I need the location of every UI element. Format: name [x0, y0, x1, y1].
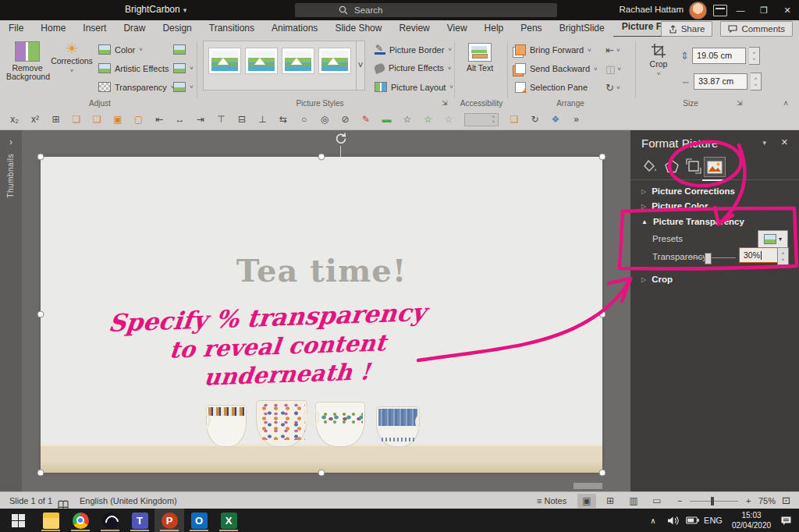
qat-clear-style[interactable]: ☆	[444, 114, 454, 125]
minimize-button[interactable]: —	[729, 0, 752, 20]
remove-background-button[interactable]: Remove Background	[6, 41, 48, 81]
qat-bring-to-front[interactable]: ▣	[113, 114, 123, 125]
height-spinner[interactable]: ˄˅	[749, 47, 760, 65]
thumbnails-pane[interactable]: › Thumbnails	[0, 130, 22, 491]
tab-review[interactable]: Review	[390, 20, 438, 37]
shape-width-field[interactable]: ⇔ 33.87 cm ˄˅	[680, 73, 762, 90]
expand-icon[interactable]: ▷	[641, 203, 646, 210]
qat-star-effect[interactable]: ☆	[403, 114, 413, 125]
expand-icon[interactable]: ▷	[641, 188, 646, 195]
resize-handle-ne[interactable]	[599, 154, 606, 161]
align-objects-button[interactable]: ⇤˅	[605, 44, 620, 56]
slide-picture[interactable]: Tea time! Specify % transparency to reve…	[41, 157, 602, 473]
resize-handle-sw[interactable]	[37, 470, 44, 477]
spin-up-icon[interactable]: ˄	[753, 50, 756, 56]
tab-animations[interactable]: Animations	[263, 20, 326, 37]
taskbar-file-explorer[interactable]	[36, 509, 66, 532]
picture-style-3[interactable]	[282, 48, 314, 74]
collapse-ribbon-icon[interactable]: ˄	[783, 99, 788, 108]
width-spinner[interactable]: ˄˅	[751, 73, 762, 90]
tab-file[interactable]: File	[0, 20, 32, 37]
notification-center-icon[interactable]	[776, 509, 796, 532]
ribbon-display-options-icon[interactable]	[713, 5, 727, 16]
notes-button[interactable]: ≡ Notes	[537, 492, 566, 509]
collapse-icon[interactable]: ▲	[641, 218, 648, 225]
spin-down-icon[interactable]: ˅	[782, 257, 785, 263]
view-reading-button[interactable]: ▥	[624, 494, 643, 508]
group-objects-button[interactable]: ◫˅	[605, 63, 621, 75]
tab-draw[interactable]: Draw	[115, 20, 154, 37]
transparency-value-input[interactable]: 30%	[739, 247, 778, 263]
slider-thumb[interactable]	[705, 253, 712, 264]
color-button[interactable]: Color ˅	[98, 44, 143, 55]
taskbar-chrome[interactable]	[66, 509, 95, 532]
change-picture-button[interactable]: ˅	[173, 63, 194, 73]
language-tray[interactable]: ENG	[702, 509, 724, 532]
picture-tab[interactable]	[704, 157, 726, 177]
qat-rotate-object[interactable]: ⊤	[216, 114, 226, 125]
resize-handle-nw[interactable]	[37, 154, 44, 161]
taskbar-outlook[interactable]: O	[184, 509, 214, 532]
qat-more-commands[interactable]: »	[571, 114, 581, 125]
view-slide-sorter-button[interactable]: ⊞	[601, 494, 620, 508]
alt-text-button[interactable]: Alt Text	[462, 43, 498, 73]
user-name[interactable]: Rachael Hattam	[620, 5, 684, 14]
tab-transitions[interactable]: Transitions	[201, 20, 263, 37]
section-crop[interactable]: ▷ Crop	[641, 275, 673, 284]
compress-pictures-button[interactable]	[173, 44, 186, 55]
share-button[interactable]: Share	[661, 21, 713, 37]
resize-handle-e[interactable]	[599, 311, 606, 318]
view-slideshow-button[interactable]: ▭	[648, 494, 666, 508]
taskbar-excel[interactable]: X	[214, 509, 243, 532]
qat-align-right[interactable]: ⇥	[196, 114, 206, 125]
spin-up-icon[interactable]: ˄	[755, 76, 758, 82]
artistic-effects-button[interactable]: Artistic Effects ˅	[98, 63, 176, 73]
language-indicator[interactable]: English (United Kingdom)	[80, 492, 177, 509]
section-picture-color[interactable]: ▷ Picture Color	[641, 201, 708, 211]
zoom-level[interactable]: 75%	[758, 492, 776, 509]
qat-outline-view[interactable]: ⊞	[51, 114, 61, 125]
start-button[interactable]	[3, 509, 33, 532]
zoom-slider-thumb[interactable]	[711, 497, 714, 505]
width-value[interactable]: 33.87 cm	[694, 73, 748, 90]
send-backward-button[interactable]: Send Backward ˅	[515, 63, 598, 74]
show-hidden-icons[interactable]: ∧	[645, 509, 662, 532]
zoom-out-button[interactable]: −	[677, 492, 682, 509]
crop-button[interactable]: Crop ˅	[643, 43, 674, 78]
rotate-objects-button[interactable]: ↻˅	[605, 82, 620, 94]
section-picture-corrections[interactable]: ▷ Picture Corrections	[641, 186, 735, 196]
fill-line-tab[interactable]	[640, 157, 660, 176]
qat-shape-fill[interactable]: ◎	[320, 114, 330, 125]
resize-handle-n[interactable]	[318, 154, 325, 161]
expand-icon[interactable]: ▷	[641, 276, 646, 283]
spin-down-icon[interactable]: ˅	[490, 119, 497, 124]
transparency-button[interactable]: Transparency ˅	[98, 82, 175, 92]
effects-tab[interactable]	[662, 157, 682, 176]
tab-home[interactable]: Home	[32, 20, 74, 37]
spin-up-icon[interactable]: ˄	[782, 250, 785, 257]
restore-button[interactable]: ❐	[752, 0, 776, 20]
qat-align-bottom[interactable]: ⊥	[257, 114, 268, 125]
taskbar-powerpoint[interactable]: P	[154, 509, 184, 532]
tab-help[interactable]: Help	[476, 20, 513, 37]
zoom-slider[interactable]	[690, 501, 738, 502]
picture-effects-button[interactable]: Picture Effects ˅	[375, 63, 451, 73]
rotate-handle-icon[interactable]	[334, 132, 347, 145]
qat-superscript[interactable]: x²	[30, 114, 41, 125]
search-input[interactable]: Search	[295, 3, 557, 17]
qat-send-backward[interactable]: ❏	[92, 114, 102, 125]
qat-subscript[interactable]: x₂	[9, 114, 20, 125]
slide-title[interactable]: Tea time!	[41, 252, 602, 289]
slide-counter[interactable]: Slide 1 of 1	[9, 492, 52, 509]
close-button[interactable]: ✕	[776, 0, 799, 20]
resize-handle-w[interactable]	[37, 311, 44, 318]
slide-canvas[interactable]: Tea time! Specify % transparency to reve…	[22, 130, 630, 491]
shape-height-field[interactable]: ⇕ 19.05 cm ˄˅	[680, 47, 760, 65]
picture-style-4[interactable]	[318, 48, 351, 74]
size-dialog-launcher-icon[interactable]: ⇲	[737, 99, 743, 107]
qat-change-picture[interactable]: ❏	[510, 114, 520, 125]
qat-send-to-back[interactable]: ▢	[133, 114, 144, 125]
horizontal-scrollbar[interactable]	[574, 483, 602, 489]
transparency-spinner[interactable]: ˄˅	[777, 247, 789, 265]
gallery-more-button[interactable]: ˅	[356, 41, 364, 90]
